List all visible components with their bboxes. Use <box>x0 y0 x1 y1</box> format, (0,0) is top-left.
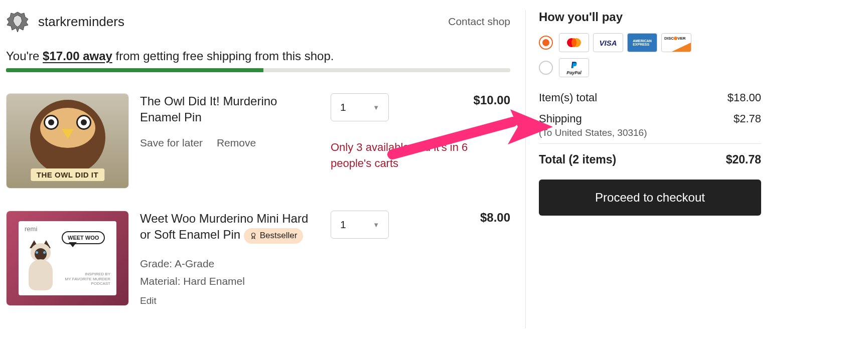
speech-bubble-text: WEET WOO <box>62 231 105 244</box>
item-title[interactable]: Weet Woo Murderino Mini Hard or Soft Ena… <box>140 211 320 244</box>
chevron-down-icon: ▼ <box>373 221 379 229</box>
item-title[interactable]: The Owl Did It! Murderino Enamel Pin <box>140 93 320 126</box>
divider <box>539 143 761 144</box>
free-ship-suffix: from getting free shipping from this sho… <box>112 49 334 63</box>
discover-icon: DISCVER <box>661 33 691 52</box>
edit-item-link[interactable]: Edit <box>140 295 157 306</box>
payment-option-paypal[interactable]: PayPal <box>539 58 761 77</box>
quantity-value: 1 <box>340 219 346 231</box>
grand-total-row: Total (2 items) $20.78 <box>539 149 761 170</box>
shop-header: starkreminders Contact shop <box>6 10 510 33</box>
contact-shop-link[interactable]: Contact shop <box>448 16 510 28</box>
paypal-label: PayPal <box>566 70 582 75</box>
urgency-message: Only 3 available and it's in 6 people's … <box>331 139 496 171</box>
item-thumbnail[interactable]: THE OWL DID IT <box>6 93 129 189</box>
free-ship-amount: $17.00 away <box>43 49 112 63</box>
payment-option-cards[interactable]: VISA AMERICANEXPRESS DISCVER <box>539 33 761 52</box>
payment-title: How you'll pay <box>539 10 761 24</box>
quantity-select[interactable]: 1 ▼ <box>331 211 389 239</box>
owl-banner-text: THE OWL DID IT <box>31 168 104 181</box>
item-price: $10.00 <box>474 93 510 107</box>
shipping-row: Shipping $2.78 <box>539 108 761 129</box>
items-total-row: Item(s) total $18.00 <box>539 87 761 108</box>
svg-point-5 <box>571 38 576 47</box>
cart-item: THE OWL DID IT The Owl Did It! Murderino… <box>6 93 510 189</box>
wolf-icon <box>6 10 29 33</box>
visa-icon: VISA <box>593 33 623 52</box>
progress-fill <box>6 68 263 72</box>
card-tagline: INSPIRED BY MY FAVORITE MURDER PODCAST <box>65 272 110 286</box>
remove-item-link[interactable]: Remove <box>217 137 256 149</box>
cart-item: remi WEET WOO INSPIRED BY MY FAVORITE MU… <box>6 211 510 306</box>
item-price: $8.00 <box>480 211 510 225</box>
items-total-label: Item(s) total <box>539 91 597 104</box>
bestseller-label: Bestseller <box>260 230 298 242</box>
shipping-value: $2.78 <box>734 112 761 125</box>
proceed-to-checkout-button[interactable]: Proceed to checkout <box>539 180 761 216</box>
item-material: Material: Hard Enamel <box>140 272 320 290</box>
free-ship-prefix: You're <box>6 49 43 63</box>
save-for-later-link[interactable]: Save for later <box>140 137 203 149</box>
mastercard-icon <box>559 33 589 52</box>
svg-point-2 <box>251 233 255 237</box>
grand-total-label: Total (2 items) <box>539 153 616 166</box>
shop-avatar[interactable] <box>6 10 29 33</box>
free-shipping-progress <box>6 68 510 72</box>
award-icon <box>250 232 257 239</box>
bestseller-badge: Bestseller <box>244 228 304 244</box>
grand-total-value: $20.78 <box>726 153 761 166</box>
chevron-down-icon: ▼ <box>373 104 379 111</box>
free-shipping-message: You're $17.00 away from getting free shi… <box>6 49 510 63</box>
radio-paypal[interactable] <box>539 61 553 75</box>
svg-point-6 <box>674 37 677 40</box>
item-thumbnail[interactable]: remi WEET WOO INSPIRED BY MY FAVORITE MU… <box>6 211 129 306</box>
radio-cards[interactable] <box>539 36 553 50</box>
shipping-destination[interactable]: (To United States, 30316) <box>539 127 761 138</box>
quantity-value: 1 <box>340 101 346 113</box>
quantity-select[interactable]: 1 ▼ <box>331 93 389 121</box>
item-grade: Grade: A-Grade <box>140 255 320 273</box>
paypal-icon: PayPal <box>559 58 589 77</box>
items-total-value: $18.00 <box>728 91 761 104</box>
shop-name[interactable]: starkreminders <box>38 14 124 30</box>
amex-icon: AMERICANEXPRESS <box>627 33 657 52</box>
shipping-label: Shipping <box>539 112 582 125</box>
